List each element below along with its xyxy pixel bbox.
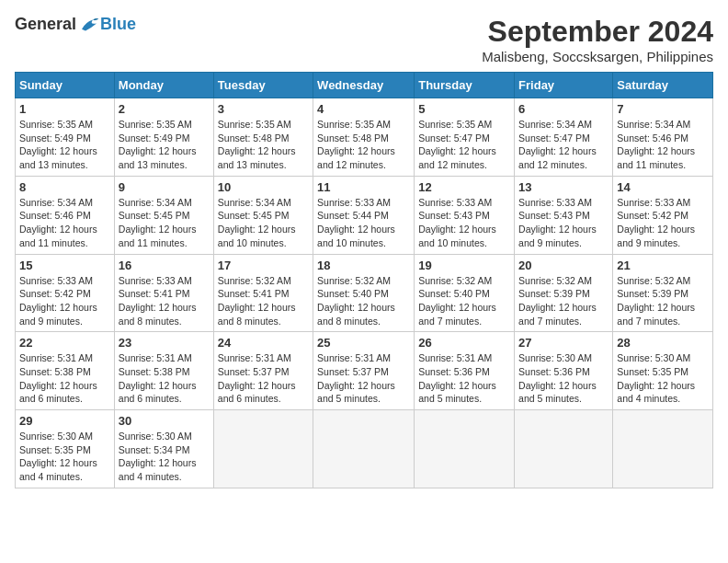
day-info: Sunrise: 5:32 AM Sunset: 5:40 PM Dayligh… [317,274,410,328]
calendar-week-row: 8 Sunrise: 5:34 AM Sunset: 5:46 PM Dayli… [16,176,713,254]
day-number: 12 [418,180,510,194]
sunrise-text: Sunrise: 5:33 AM [518,197,592,208]
sunrise-text: Sunrise: 5:30 AM [119,431,192,442]
sunset-text: Sunset: 5:48 PM [218,132,290,144]
logo-blue-text: Blue [100,15,136,34]
calendar-cell: 7 Sunrise: 5:34 AM Sunset: 5:46 PM Dayli… [613,98,713,177]
daylight-text: Daylight: 12 hours and 4 minutes. [617,380,695,405]
sunset-text: Sunset: 5:34 PM [119,444,190,455]
sunrise-text: Sunrise: 5:35 AM [119,119,192,130]
day-number: 5 [418,102,510,116]
calendar-cell: 2 Sunrise: 5:35 AM Sunset: 5:49 PM Dayli… [114,98,213,177]
sunset-text: Sunset: 5:38 PM [19,366,91,377]
calendar-cell: 13 Sunrise: 5:33 AM Sunset: 5:43 PM Dayl… [515,176,613,254]
sunset-text: Sunset: 5:45 PM [218,210,290,221]
sunset-text: Sunset: 5:48 PM [317,132,389,144]
calendar-cell: 28 Sunrise: 5:30 AM Sunset: 5:35 PM Dayl… [613,332,713,410]
sunrise-text: Sunrise: 5:31 AM [317,352,391,363]
calendar-cell [613,410,713,488]
day-info: Sunrise: 5:32 AM Sunset: 5:41 PM Dayligh… [218,274,309,328]
day-number: 1 [19,102,110,116]
sunrise-text: Sunrise: 5:34 AM [119,197,192,208]
sunrise-text: Sunrise: 5:30 AM [617,352,690,363]
sunset-text: Sunset: 5:39 PM [617,288,688,299]
day-number: 26 [418,336,510,350]
calendar-week-row: 22 Sunrise: 5:31 AM Sunset: 5:38 PM Dayl… [16,332,713,410]
day-number: 30 [119,414,210,428]
sunrise-text: Sunrise: 5:33 AM [418,197,492,208]
day-number: 9 [119,180,210,194]
weekday-header-row: SundayMondayTuesdayWednesdayThursdayFrid… [16,73,713,98]
day-info: Sunrise: 5:33 AM Sunset: 5:43 PM Dayligh… [418,196,510,250]
calendar-cell: 5 Sunrise: 5:35 AM Sunset: 5:47 PM Dayli… [415,98,515,177]
logo-bird-icon [78,16,100,34]
daylight-text: Daylight: 12 hours and 12 minutes. [317,145,395,170]
sunset-text: Sunset: 5:37 PM [317,366,389,377]
sunset-text: Sunset: 5:35 PM [19,444,91,455]
calendar-cell: 15 Sunrise: 5:33 AM Sunset: 5:42 PM Dayl… [16,254,115,332]
sunset-text: Sunset: 5:43 PM [518,210,590,221]
sunrise-text: Sunrise: 5:34 AM [19,197,93,208]
day-info: Sunrise: 5:34 AM Sunset: 5:45 PM Dayligh… [218,196,309,250]
day-number: 25 [317,336,410,350]
daylight-text: Daylight: 12 hours and 11 minutes. [19,224,97,248]
day-info: Sunrise: 5:33 AM Sunset: 5:42 PM Dayligh… [19,274,110,328]
calendar-cell: 25 Sunrise: 5:31 AM Sunset: 5:37 PM Dayl… [313,332,415,410]
calendar-cell: 10 Sunrise: 5:34 AM Sunset: 5:45 PM Dayl… [213,176,313,254]
calendar-cell: 26 Sunrise: 5:31 AM Sunset: 5:36 PM Dayl… [415,332,515,410]
day-info: Sunrise: 5:33 AM Sunset: 5:44 PM Dayligh… [317,196,410,250]
day-info: Sunrise: 5:34 AM Sunset: 5:45 PM Dayligh… [119,196,210,250]
daylight-text: Daylight: 12 hours and 10 minutes. [418,224,496,248]
weekday-header-tuesday: Tuesday [213,73,313,98]
calendar-cell: 22 Sunrise: 5:31 AM Sunset: 5:38 PM Dayl… [16,332,115,410]
logo: General Blue [15,15,136,34]
weekday-header-friday: Friday [515,73,613,98]
day-number: 16 [119,259,210,272]
sunset-text: Sunset: 5:41 PM [218,288,290,299]
sunset-text: Sunset: 5:35 PM [617,366,688,377]
daylight-text: Daylight: 12 hours and 7 minutes. [418,302,496,327]
sunset-text: Sunset: 5:44 PM [317,210,389,221]
day-number: 23 [119,336,210,350]
daylight-text: Daylight: 12 hours and 6 minutes. [19,380,97,405]
daylight-text: Daylight: 12 hours and 4 minutes. [19,457,97,482]
sunrise-text: Sunrise: 5:34 AM [617,119,690,130]
day-info: Sunrise: 5:30 AM Sunset: 5:34 PM Dayligh… [119,430,210,484]
sunrise-text: Sunrise: 5:35 AM [317,119,391,130]
calendar-cell: 3 Sunrise: 5:35 AM Sunset: 5:48 PM Dayli… [213,98,313,177]
day-number: 17 [218,259,309,272]
calendar-cell: 6 Sunrise: 5:34 AM Sunset: 5:47 PM Dayli… [515,98,613,177]
sunset-text: Sunset: 5:40 PM [317,288,389,299]
daylight-text: Daylight: 12 hours and 7 minutes. [518,302,597,327]
sunrise-text: Sunrise: 5:30 AM [19,431,93,442]
calendar-cell: 20 Sunrise: 5:32 AM Sunset: 5:39 PM Dayl… [515,254,613,332]
calendar-cell: 23 Sunrise: 5:31 AM Sunset: 5:38 PM Dayl… [114,332,213,410]
day-info: Sunrise: 5:34 AM Sunset: 5:46 PM Dayligh… [19,196,110,250]
calendar-cell: 4 Sunrise: 5:35 AM Sunset: 5:48 PM Dayli… [313,98,415,177]
weekday-header-monday: Monday [114,73,213,98]
daylight-text: Daylight: 12 hours and 8 minutes. [218,302,296,327]
sunset-text: Sunset: 5:42 PM [617,210,688,221]
sunset-text: Sunset: 5:47 PM [518,132,590,144]
calendar-cell: 24 Sunrise: 5:31 AM Sunset: 5:37 PM Dayl… [213,332,313,410]
day-info: Sunrise: 5:33 AM Sunset: 5:43 PM Dayligh… [518,196,609,250]
daylight-text: Daylight: 12 hours and 13 minutes. [119,145,197,170]
day-number: 15 [19,259,110,272]
calendar-cell: 18 Sunrise: 5:32 AM Sunset: 5:40 PM Dayl… [313,254,415,332]
day-number: 20 [518,259,609,272]
weekday-header-thursday: Thursday [415,73,515,98]
sunset-text: Sunset: 5:47 PM [418,132,490,144]
calendar-cell: 19 Sunrise: 5:32 AM Sunset: 5:40 PM Dayl… [415,254,515,332]
day-info: Sunrise: 5:31 AM Sunset: 5:37 PM Dayligh… [317,351,410,406]
daylight-text: Daylight: 12 hours and 10 minutes. [317,224,395,248]
day-number: 19 [418,259,510,272]
weekday-header-sunday: Sunday [16,73,115,98]
day-number: 14 [617,180,709,194]
calendar-cell: 16 Sunrise: 5:33 AM Sunset: 5:41 PM Dayl… [114,254,213,332]
calendar-cell: 8 Sunrise: 5:34 AM Sunset: 5:46 PM Dayli… [16,176,115,254]
daylight-text: Daylight: 12 hours and 6 minutes. [119,380,197,405]
sunrise-text: Sunrise: 5:31 AM [19,352,93,363]
sunset-text: Sunset: 5:36 PM [518,366,590,377]
daylight-text: Daylight: 12 hours and 7 minutes. [617,302,695,327]
daylight-text: Daylight: 12 hours and 13 minutes. [19,145,97,170]
